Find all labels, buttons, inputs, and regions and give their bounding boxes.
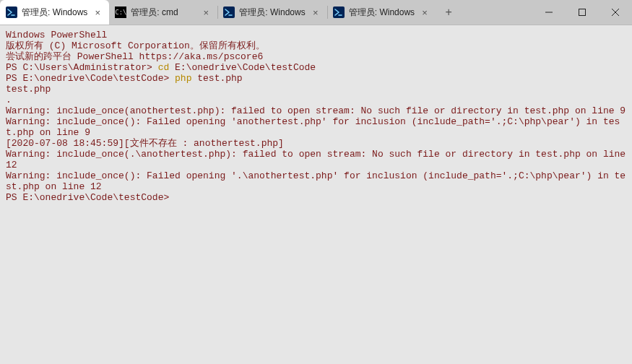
terminal-line: Warning: include_once(): Failed opening … <box>6 116 626 138</box>
tab-3[interactable]: 管理员: Windows× <box>327 0 436 25</box>
terminal-line: test.php <box>6 84 626 95</box>
close-tab-button[interactable]: × <box>200 6 212 18</box>
titlebar: 管理员: Windows×C:\管理员: cmd×管理员: Windows×管理… <box>0 0 632 25</box>
tab-label: 管理员: Windows <box>239 6 305 19</box>
prompt: PS C:\Users\Administrator> <box>6 62 158 73</box>
new-tab-button[interactable]: + <box>436 0 461 25</box>
terminal-line: Warning: include_once(.\anothertest.php)… <box>6 149 626 170</box>
powershell-icon <box>6 6 17 18</box>
powershell-icon <box>223 6 235 18</box>
terminal-line: [2020-07-08 18:45:59][文件不存在 : anothertes… <box>6 138 626 149</box>
command-args: test.php <box>191 73 242 84</box>
maximize-button[interactable] <box>566 0 599 25</box>
terminal-line: 尝试新的跨平台 PowerShell https://aka.ms/pscore… <box>6 51 626 62</box>
command-args: E:\onedrive\Code\testCode <box>169 62 316 73</box>
titlebar-drag-area[interactable] <box>461 0 532 25</box>
terminal-line: Windows PowerShell <box>6 30 626 40</box>
tab-label: 管理员: cmd <box>131 6 196 19</box>
tab-label: 管理员: Windows <box>22 6 87 19</box>
tab-strip: 管理员: Windows×C:\管理员: cmd×管理员: Windows×管理… <box>0 0 436 25</box>
terminal-line: PS C:\Users\Administrator> cd E:\onedriv… <box>6 62 626 73</box>
prompt: PS E:\onedrive\Code\testCode> <box>6 73 175 84</box>
terminal-line: . <box>6 95 626 105</box>
close-tab-button[interactable]: × <box>92 6 103 18</box>
terminal-line: Warning: include_once(): Failed opening … <box>6 170 626 192</box>
prompt: PS E:\onedrive\Code\testCode> <box>6 192 169 203</box>
terminal-output[interactable]: Windows PowerShell版权所有 (C) Microsoft Cor… <box>0 25 632 364</box>
command-name: cd <box>158 62 170 73</box>
tab-2[interactable]: 管理员: Windows× <box>217 0 326 25</box>
command-name: php <box>175 73 191 84</box>
close-tab-button[interactable]: × <box>419 6 430 18</box>
terminal-line: PS E:\onedrive\Code\testCode> php test.p… <box>6 73 626 84</box>
tab-0[interactable]: 管理员: Windows× <box>0 0 109 25</box>
window-controls <box>532 0 632 25</box>
close-window-button[interactable] <box>599 0 632 25</box>
terminal-line: 版权所有 (C) Microsoft Corporation。保留所有权利。 <box>6 40 626 51</box>
minimize-button[interactable] <box>532 0 566 25</box>
tab-label: 管理员: Windows <box>349 6 415 19</box>
close-tab-button[interactable]: × <box>310 6 321 18</box>
terminal-line: PS E:\onedrive\Code\testCode> <box>6 192 626 203</box>
terminal-line: Warning: include_once(anothertest.php): … <box>6 105 626 116</box>
powershell-icon <box>333 6 345 18</box>
tab-1[interactable]: C:\管理员: cmd× <box>109 0 217 25</box>
svg-rect-7 <box>579 9 586 16</box>
cmd-icon: C:\ <box>115 6 126 18</box>
